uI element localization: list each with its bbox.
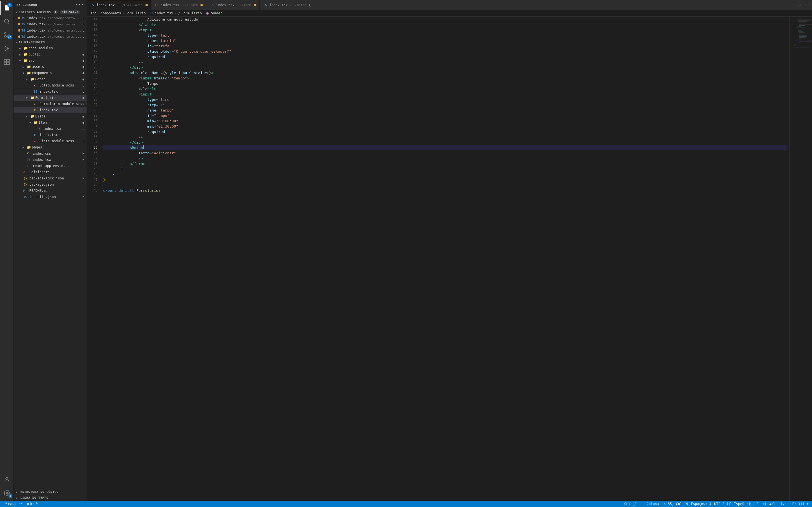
formulario-scss-label: Formulario.module.scss: [40, 102, 84, 106]
editor-content[interactable]: 11 12 13 14 15 16 17 18 19 20 21 22 23 2…: [87, 17, 812, 501]
tree-assets[interactable]: ▶ 📁 assets ●: [13, 64, 87, 70]
open-file-3[interactable]: TS index.tsx src/components/... U: [13, 27, 87, 34]
timeline-panel[interactable]: ▶ LINHA DO TEMPO: [13, 495, 87, 501]
tab-item[interactable]: TS index.tsx .../Item: [206, 0, 260, 10]
file-path-3: src/components/...: [48, 29, 81, 33]
tree-lista[interactable]: ▼ 📁 Lista ●: [13, 113, 87, 119]
prettier-label: Prettier: [792, 502, 809, 506]
ln-36: 36: [87, 151, 98, 156]
lista-label: Lista: [35, 114, 82, 118]
tree-gitignore[interactable]: ⚙ .gitignore: [13, 169, 87, 175]
tree-botao[interactable]: ▼ 📁 Botao ●: [13, 76, 87, 82]
tree-botao-scss[interactable]: ✦ Botao.module.scss U: [13, 82, 87, 89]
structure-panel[interactable]: ▶ ESTRUTURA DO CÓDIGO: [13, 489, 87, 495]
breadcrumb-formulario[interactable]: Formulario: [125, 11, 146, 15]
code-line-38: </form>: [103, 161, 787, 166]
more-tabs-icon[interactable]: ···: [802, 2, 810, 8]
remote-badge: 4: [7, 3, 12, 7]
line-ending-status[interactable]: LF: [726, 502, 732, 506]
split-editor-icon[interactable]: ⊡: [798, 2, 801, 8]
spaces-status[interactable]: Espaços: 4: [690, 502, 712, 506]
botao-arrow: ▼: [26, 78, 29, 81]
code-line-37: />: [103, 156, 787, 161]
prettier-status[interactable]: ✓ Prettier: [788, 502, 810, 506]
tree-readme[interactable]: M README.md: [13, 187, 87, 194]
errors-count: 0: [30, 502, 32, 506]
language-status[interactable]: TypeScript React: [733, 502, 768, 506]
ln-28: 28: [87, 108, 98, 113]
position-status[interactable]: Ln 35, Col 19: [661, 502, 689, 506]
index-css-badge: M: [82, 152, 84, 156]
svg-rect-42: [799, 42, 802, 43]
botao-index-badge: U: [82, 90, 84, 94]
tab-lista[interactable]: TS index.tsx .../Lista: [151, 0, 207, 10]
tree-lista-scss[interactable]: ✦ Lista.module.scss U: [13, 138, 87, 144]
tree-pages[interactable]: ▶ 📁 pages: [13, 144, 87, 151]
breadcrumb-index[interactable]: index.tsx: [155, 11, 173, 15]
svg-point-13: [6, 492, 8, 494]
sidebar-more-btn[interactable]: ···: [75, 2, 84, 7]
go-live-status[interactable]: ◉ Go Live: [768, 502, 788, 506]
files-icon[interactable]: 4: [0, 1, 13, 15]
tree-formulario-scss[interactable]: ✦ Formulario.module.scss U: [13, 101, 87, 107]
open-editors-arrow: ▼: [16, 11, 18, 14]
open-editors-header[interactable]: ▼ EDITORES ABERTOS 4 NÃO SALVO: [13, 10, 87, 15]
tree-package-lock[interactable]: {} package-lock.json M: [13, 175, 87, 181]
settings-icon[interactable]: 1: [0, 486, 13, 500]
code-line-39: }: [103, 166, 787, 172]
run-icon[interactable]: [0, 42, 13, 55]
search-icon[interactable]: [0, 15, 13, 28]
tree-env[interactable]: TS react-app-env.d.ts: [13, 163, 87, 169]
selection-mode-status[interactable]: Seleção de Coluna: [623, 502, 660, 506]
root-folder-header[interactable]: ▼ ALURA-STUDIES: [13, 40, 87, 45]
tree-formulario-index[interactable]: TS index.tsx U: [13, 107, 87, 113]
breadcrumb-formulario-class[interactable]: Formulario: [181, 11, 202, 15]
lista-scss-badge: U: [82, 139, 84, 143]
botao-scss-label: Botao.module.scss: [40, 83, 80, 87]
md-icon: M: [23, 189, 28, 193]
encoding-status[interactable]: UTF-8: [713, 502, 725, 506]
code-line-41: }: [103, 177, 787, 182]
tab-botao[interactable]: TS index.tsx .../Botao U: [260, 0, 315, 10]
branch-status[interactable]: ⎇ master*: [2, 501, 24, 507]
ts-icon-formulario: TS: [34, 108, 38, 112]
encoding-label: UTF-8: [714, 502, 724, 506]
tab-ts-icon-3: TS: [210, 3, 214, 7]
tree-src-index[interactable]: TS index.tsx M: [13, 157, 87, 163]
tree-package-json[interactable]: {} package.json: [13, 181, 87, 187]
breadcrumb-components[interactable]: components: [101, 11, 121, 15]
tab-ts-icon-2: TS: [155, 3, 159, 7]
tree-item-folder[interactable]: ▼ 📁 Item ●: [13, 119, 87, 126]
source-control-icon[interactable]: 22: [0, 28, 13, 42]
extensions-icon[interactable]: [0, 55, 13, 69]
account-icon[interactable]: [0, 473, 13, 486]
open-file-4[interactable]: TS index.tsx src/components/... U: [13, 34, 87, 40]
tree-public[interactable]: ▶ 📁 public ●: [13, 51, 87, 57]
code-line-36: texto="Adicionar": [103, 151, 787, 156]
breadcrumb-src[interactable]: src: [90, 11, 96, 15]
code-area[interactable]: Adicione um novo estudo </label> <input: [101, 17, 790, 501]
tree-src[interactable]: ▼ 📁 src ●: [13, 57, 87, 64]
tree-botao-index[interactable]: TS index.tsx U: [13, 89, 87, 95]
folder-icon-src: 📁: [23, 59, 28, 62]
breadcrumb-render[interactable]: render: [210, 11, 222, 15]
code-line-33: />: [103, 134, 787, 140]
svg-point-4: [4, 36, 6, 38]
tab-formulario[interactable]: TS index.tsx .../Formulario: [87, 0, 151, 10]
code-line-20: </div>: [103, 65, 787, 70]
open-file-1[interactable]: TS index.tsx src/components/... U: [13, 15, 87, 21]
tree-components[interactable]: ▼ 📁 components ●: [13, 70, 87, 76]
src-index-badge: M: [82, 158, 84, 162]
breadcrumb-ts-icon: TS: [150, 11, 154, 15]
ln-38: 38: [87, 161, 98, 166]
tab-close-4[interactable]: U: [309, 3, 311, 7]
tree-item-index[interactable]: TS index.tsx U: [13, 126, 87, 132]
tree-node-modules[interactable]: ▶ 📁 node_modules: [13, 45, 87, 51]
tree-index-css[interactable]: # index.css M: [13, 151, 87, 157]
svg-rect-9: [7, 59, 9, 62]
tree-formulario[interactable]: ▼ 📁 Formulario ●: [13, 95, 87, 101]
open-file-2[interactable]: TS index.tsx src/components/... U: [13, 21, 87, 27]
tree-tsconfig[interactable]: TS tsconfig.json M: [13, 194, 87, 200]
errors-status[interactable]: ✕ 0 ⚠ 0: [26, 501, 39, 507]
tree-lista-index[interactable]: TS index.tsx: [13, 132, 87, 138]
